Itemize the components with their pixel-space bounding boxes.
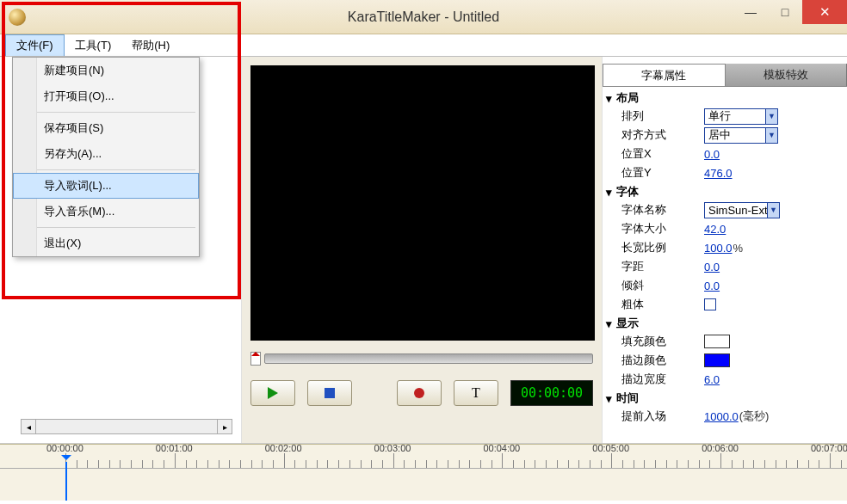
text-button[interactable]: T [454,380,498,406]
playhead[interactable] [65,462,67,501]
scroll-left-icon[interactable]: ◂ [21,419,36,434]
arrangement-combo[interactable]: 单行▼ [704,108,778,125]
prop-label: 填充颜色 [621,334,704,349]
scroll-right-icon[interactable]: ▸ [217,419,232,434]
svg-rect-1 [325,388,335,398]
prop-bold: 粗体 [606,295,844,314]
group-layout[interactable]: ▾布局 [606,90,844,106]
tab-subtitle-props[interactable]: 字幕属性 [603,64,726,86]
menu-import-lyrics[interactable]: 导入歌词(L)... [13,173,199,199]
aspect-suffix: % [733,242,744,255]
chevron-down-icon: ▼ [765,128,777,143]
fontname-combo[interactable]: SimSun-Ext▼ [704,202,780,218]
menu-open-project[interactable]: 打开项目(O)... [13,83,199,109]
play-button[interactable] [250,380,295,406]
preview-panel: T 00:00:00 [241,57,603,443]
aspect-value[interactable]: 100.0 [704,242,733,255]
prop-fontname: 字体名称 SimSun-Ext▼ [606,200,844,219]
prop-label: 对齐方式 [621,127,704,143]
file-dropdown: 新建项目(N) 打开项目(O)... 保存项目(S) 另存为(A)... 导入歌… [12,57,200,257]
ruler-label: 00:05:00 [592,444,629,453]
alignment-combo[interactable]: 居中▼ [704,127,778,144]
timeline[interactable]: 00:00:0000:01:0000:02:0000:03:0000:04:00… [0,444,847,501]
menu-new-project[interactable]: 新建项目(N) [13,58,199,83]
group-display[interactable]: ▾显示 [606,316,844,331]
menu-separator [16,112,195,113]
menu-help[interactable]: 帮助(H) [121,34,180,56]
bold-checkbox[interactable] [704,298,716,310]
prop-posx: 位置X 0.0 [606,144,844,163]
fillcolor-swatch[interactable] [704,335,730,348]
close-button[interactable]: ✕ [802,0,847,24]
menu-import-music[interactable]: 导入音乐(M)... [13,199,199,224]
ruler-label: 00:07:00 [811,444,847,453]
prop-label: 位置X [621,146,704,162]
menu-exit[interactable]: 退出(X) [13,230,199,256]
prop-strokewidth: 描边宽度 6.0 [606,370,844,389]
combo-value: 居中 [708,127,731,143]
menu-bar: 文件(F) 工具(T) 帮助(H) [0,34,847,57]
prop-label: 粗体 [621,297,704,312]
ruler-label: 00:00:00 [46,444,83,453]
window-title: KaraTitleMaker - Untitled [0,9,847,25]
prop-leadin: 提前入场 1000.0(毫秒) [606,407,844,426]
stop-button[interactable] [307,380,352,406]
menu-save-as[interactable]: 另存为(A)... [13,141,199,167]
menu-separator [16,227,195,228]
group-time[interactable]: ▾时间 [606,390,844,406]
title-bar: KaraTitleMaker - Untitled — □ ✕ [0,0,847,34]
group-label: 时间 [616,390,639,406]
combo-value: SimSun-Ext [708,204,768,217]
transport-controls: T 00:00:00 [250,380,593,406]
prop-label: 描边颜色 [621,353,704,368]
play-icon [268,387,278,399]
collapse-icon: ▾ [606,186,616,199]
prop-label: 字体名称 [621,202,704,218]
leadin-value[interactable]: 1000.0 [704,410,739,423]
posy-value[interactable]: 476.0 [704,167,733,180]
ruler-label: 00:02:00 [265,444,302,453]
svg-point-2 [414,388,424,398]
slider-handle[interactable] [250,352,261,366]
minimize-button[interactable]: — [733,0,768,24]
prop-fontsize: 字体大小 42.0 [606,219,844,238]
prop-label: 位置Y [621,165,704,181]
app-icon [9,9,26,26]
combo-value: 单行 [708,108,731,124]
menu-tools[interactable]: 工具(T) [65,34,122,56]
svg-marker-0 [268,387,278,399]
prop-strokecolor: 描边颜色 [606,351,844,370]
timecode-display: 00:00:00 [510,380,593,406]
prop-label: 倾斜 [621,278,704,293]
record-button[interactable] [397,380,442,406]
chevron-down-icon: ▼ [765,109,777,124]
collapse-icon: ▾ [606,317,616,330]
prop-spacing: 字距 0.0 [606,257,844,276]
scroll-track[interactable] [36,419,217,434]
prop-label: 排列 [621,108,704,124]
menu-file[interactable]: 文件(F) [5,34,65,56]
prop-label: 描边宽度 [621,372,704,387]
menu-save-project[interactable]: 保存项目(S) [13,115,199,141]
group-font[interactable]: ▾字体 [606,184,844,200]
spacing-value[interactable]: 0.0 [704,261,720,274]
strokewidth-value[interactable]: 6.0 [704,373,720,386]
prop-fillcolor: 填充颜色 [606,332,844,351]
time-ruler[interactable]: 00:00:0000:01:0000:02:0000:03:0000:04:00… [0,445,847,469]
property-tabs: 字幕属性 模板特效 [603,64,847,86]
fontsize-value[interactable]: 42.0 [704,223,726,236]
tab-template-fx[interactable]: 模板特效 [726,64,848,86]
lyric-hscroll[interactable]: ◂ ▸ [21,419,232,434]
ruler-label: 00:01:00 [156,444,193,453]
strokecolor-swatch[interactable] [704,353,730,367]
collapse-icon: ▾ [606,92,616,105]
maximize-button[interactable]: □ [768,0,802,24]
position-slider[interactable] [250,346,593,372]
posx-value[interactable]: 0.0 [704,148,720,161]
properties-list[interactable]: ▾布局 排列 单行▼ 对齐方式 居中▼ 位置X 0.0 位置Y 476.0 ▾字… [603,86,847,443]
video-preview[interactable] [250,65,595,341]
stop-icon [325,388,335,398]
ruler-label: 00:04:00 [483,444,520,453]
slider-track[interactable] [264,353,593,364]
skew-value[interactable]: 0.0 [704,280,720,292]
